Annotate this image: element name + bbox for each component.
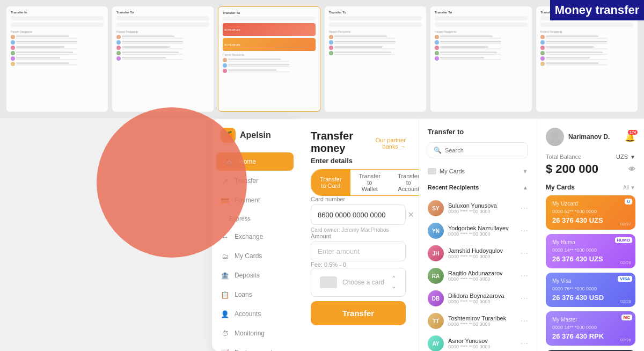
sidebar-item-exchange-label: Exchange bbox=[235, 233, 263, 240]
recipient-more-3[interactable]: ⋯ bbox=[521, 272, 528, 280]
amount-label: Amount bbox=[311, 233, 406, 239]
recipient-name-2: Jamshid Hudoyqulov bbox=[448, 247, 516, 254]
card-number-input[interactable] bbox=[318, 211, 408, 219]
exchange-rates-icon: 📈 bbox=[221, 348, 229, 351]
sidebar-item-accounts[interactable]: 👤 Accounts bbox=[212, 305, 298, 323]
sidebar-item-my-cards[interactable]: 🗂 My Cards bbox=[212, 247, 298, 265]
card-icon-placeholder bbox=[320, 276, 337, 288]
tab-to-account[interactable]: Transfer to Account bbox=[389, 170, 419, 195]
recipient-item-6[interactable]: AY Asnor Yunusov 0000 **** **00 0000 ⋯ bbox=[428, 332, 528, 351]
sidebar-item-loans-label: Loans bbox=[235, 291, 252, 298]
recipient-more-1[interactable]: ⋯ bbox=[521, 226, 528, 235]
all-cards-button[interactable]: All ▼ bbox=[623, 185, 635, 191]
search-input[interactable] bbox=[445, 147, 522, 153]
accounts-icon: 👤 bbox=[221, 310, 229, 318]
notification-badge: 174 bbox=[628, 130, 638, 135]
fee-label: Fee: 0.5% - 0 bbox=[311, 261, 406, 268]
choose-card-chevron: ⌃⌄ bbox=[391, 275, 397, 290]
card-number-input-wrapper[interactable]: ✕ bbox=[311, 204, 406, 225]
svg-point-0 bbox=[551, 131, 559, 138]
partner-banks-link[interactable]: Our partner banks → bbox=[367, 137, 406, 150]
thumbnail-6: Transfer To Recent Recipients bbox=[536, 6, 638, 112]
tab-to-wallet[interactable]: Transfer to Wallet bbox=[350, 170, 390, 195]
sidebar-item-accounts-label: Accounts bbox=[235, 310, 261, 318]
uzcard-number: 0000 52** *000 0000 bbox=[552, 209, 629, 214]
master-balance: 26 376 430 RPK bbox=[552, 332, 629, 340]
balance-value: $ 200 000 bbox=[546, 162, 598, 176]
choose-card-text: Choose a card bbox=[342, 279, 384, 286]
amount-input[interactable]: Enter amount bbox=[311, 242, 406, 261]
sidebar-item-exchange-rates[interactable]: 📈 Exchange rates bbox=[212, 343, 298, 351]
recipient-item-1[interactable]: YN Yodgorbek Nazrullayev 0000 **** **00 … bbox=[428, 220, 528, 242]
card-master[interactable]: MC My Master 0000 14** *000 0000 26 376 … bbox=[546, 311, 635, 346]
my-cards-row[interactable]: My Cards ▼ bbox=[428, 165, 528, 178]
master-expiry: 02/26 bbox=[620, 338, 631, 342]
uzcard-balance: 26 376 430 UZS bbox=[552, 216, 629, 224]
recipient-item-5[interactable]: TT Toshtemirov Turaribek 0000 **** **00 … bbox=[428, 310, 528, 332]
sidebar-item-my-cards-label: My Cards bbox=[235, 252, 262, 260]
thumbnail-4: Transfer To Recent Recipients bbox=[325, 6, 426, 112]
thumbnail-2: Transfer To Recent Recipients bbox=[112, 6, 214, 112]
sidebar-item-deposits[interactable]: 🏦 Deposits bbox=[212, 266, 298, 284]
master-name: My Master bbox=[552, 317, 629, 323]
transfer-to-panel: Transfer to 🔍 My Cards ▼ Recent Recipien… bbox=[419, 119, 537, 351]
recipient-avatar-3: RA bbox=[428, 268, 444, 284]
recipient-name-5: Toshtemirov Turaribek bbox=[448, 315, 516, 321]
loans-icon: 📋 bbox=[221, 290, 229, 299]
monitoring-icon: ⏱ bbox=[221, 329, 229, 338]
card-humo[interactable]: HUMO My Humo 0000 14** *000 0000 26 376 … bbox=[546, 234, 635, 268]
user-name: Narimanov D. bbox=[568, 133, 610, 141]
recipient-item-0[interactable]: SY Suluxon Yunusova 0000 **** **00 0000 … bbox=[428, 197, 528, 220]
app-container: 🍊 Apelsin 🏠 Home ↗ Transfer 💳 Payment Ex… bbox=[212, 119, 644, 351]
recent-recipients-chevron[interactable]: ▲ bbox=[523, 185, 528, 191]
currency-chevron-icon: ▼ bbox=[630, 154, 635, 160]
my-cards-title: My Cards bbox=[546, 184, 575, 191]
recipient-avatar-2: JH bbox=[428, 245, 444, 261]
right-panel: Narimanov D. 🔔 174 Total Balance UZS ▼ $… bbox=[537, 119, 644, 351]
notification-button[interactable]: 🔔 174 bbox=[625, 132, 635, 142]
recipient-more-2[interactable]: ⋯ bbox=[521, 249, 528, 258]
card-uzcard[interactable]: U My Uzcard 0000 52** *000 0000 26 376 4… bbox=[546, 195, 635, 230]
thumbnails-area: Transfer In Recent Recipients Transfer T… bbox=[0, 0, 644, 118]
my-cards-section: My Cards All ▼ U My Uzcard 0000 52** *00… bbox=[546, 184, 635, 351]
recent-recipients-header: Recent Recipients ▲ bbox=[428, 184, 528, 191]
decorative-circle bbox=[97, 107, 247, 258]
page-title: Transfer money bbox=[311, 130, 367, 155]
recipient-item-4[interactable]: DB Dilidora Boynazarova 0000 **** **00 0… bbox=[428, 287, 528, 310]
card-visa[interactable]: VISA My Visa 0000 76** *000 0000 26 376 … bbox=[546, 273, 635, 307]
tab-to-card[interactable]: Transfer to Card bbox=[311, 170, 350, 195]
uzcard-name: My Uzcard bbox=[552, 201, 629, 207]
sidebar-item-monitoring[interactable]: ⏱ Monitoring bbox=[212, 324, 298, 342]
svg-point-1 bbox=[548, 138, 561, 146]
total-balance-label: Total Balance bbox=[546, 153, 581, 160]
transfer-type-tabs: Transfer to Card Transfer to Wallet Tran… bbox=[311, 169, 419, 196]
recipient-card-2: 0000 **** **00 0000 bbox=[448, 254, 516, 259]
chevron-down-icon: ▼ bbox=[522, 168, 528, 174]
recipient-avatar-5: TT bbox=[428, 313, 444, 329]
visa-expiry: 02/28 bbox=[620, 299, 631, 304]
recipient-more-6[interactable]: ⋯ bbox=[521, 339, 528, 348]
user-avatar bbox=[546, 128, 564, 146]
search-box[interactable]: 🔍 bbox=[428, 142, 528, 158]
sidebar-item-loans[interactable]: 📋 Loans bbox=[212, 286, 298, 304]
master-number: 0000 14** *000 0000 bbox=[552, 325, 629, 330]
recipient-name-0: Suluxon Yunusova bbox=[448, 202, 516, 209]
recipient-name-3: Raqitlo Abdunazarov bbox=[448, 270, 516, 276]
recipient-more-0[interactable]: ⋯ bbox=[521, 204, 528, 213]
visa-number: 0000 76** *000 0000 bbox=[552, 286, 629, 291]
recipient-avatar-6: AY bbox=[428, 335, 444, 351]
amount-group: Amount Enter amount bbox=[311, 233, 406, 261]
choose-card-dropdown[interactable]: Choose a card ⌃⌄ bbox=[311, 268, 406, 297]
eye-icon[interactable]: 👁 bbox=[628, 165, 635, 173]
recipient-more-5[interactable]: ⋯ bbox=[521, 317, 528, 325]
recipient-item-3[interactable]: RA Raqitlo Abdunazarov 0000 **** **00 00… bbox=[428, 265, 528, 287]
visa-name: My Visa bbox=[552, 278, 629, 284]
recipient-item-2[interactable]: JH Jamshid Hudoyqulov 0000 **** **00 000… bbox=[428, 242, 528, 265]
recent-recipients-label: Recent Recipients bbox=[428, 184, 479, 191]
uzcard-expiry: 02/27 bbox=[620, 222, 631, 226]
clear-card-icon[interactable]: ✕ bbox=[408, 210, 414, 219]
transfer-button[interactable]: Transfer bbox=[311, 301, 406, 325]
recipient-more-4[interactable]: ⋯ bbox=[521, 294, 528, 303]
small-card-icon bbox=[428, 168, 436, 174]
recipient-card-1: 0000 **** **00 0000 bbox=[448, 231, 516, 237]
